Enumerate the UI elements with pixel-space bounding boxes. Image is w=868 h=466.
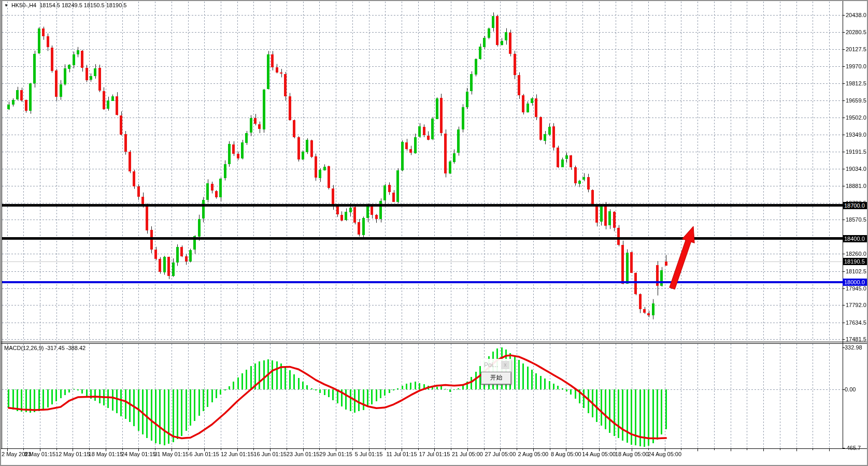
time-axis-label: 12 Jun 01:15: [221, 451, 254, 457]
resistance-line-18700[interactable]: [2, 204, 843, 207]
chart-left-border: [2, 1, 2, 448]
mt4-chart-window: ▼ HK50-,H4 18154.5 18249.5 18150.5 18190…: [0, 0, 868, 466]
time-axis-label: 12 May 01:15: [55, 451, 90, 457]
time-axis-label: 2 Aug 05:00: [518, 451, 548, 457]
price-tick-label: 18102.5: [846, 268, 866, 274]
time-axis-label: 8 Aug 05:00: [551, 451, 581, 457]
time-axis-label: 17 Jul 01:15: [419, 451, 450, 457]
time-axis-label: 16 Jun 01:15: [253, 451, 287, 457]
time-axis-label: 5 Jul 01:15: [355, 451, 383, 457]
resistance-line-18400[interactable]: [2, 237, 843, 240]
price-badge-18400.0: 18400.0: [843, 235, 867, 242]
time-axis-label: 6 Jun 01:15: [190, 451, 220, 457]
macd-tick-label: 332.98: [845, 344, 862, 351]
price-tick-label: 19502.0: [846, 114, 866, 121]
price-tick-label: 17792.0: [846, 302, 866, 308]
time-axis-label: 14 Aug 05:00: [582, 451, 616, 457]
symbol-timeframe: HK50-,H4: [11, 2, 36, 8]
pane-separator-top[interactable]: [1, 342, 867, 342]
chart-canvas[interactable]: [0, 0, 868, 466]
popup-close-button[interactable]: x: [501, 361, 509, 369]
price-tick-label: 18570.5: [846, 216, 866, 223]
price-tick-label: 20127.5: [846, 46, 866, 52]
time-axis-label: 27 Jul 05:00: [485, 451, 516, 457]
time-axis-label: 31 May 01:15: [154, 451, 189, 457]
price-tick-label: 19659.5: [846, 97, 866, 104]
price-axis-border: [843, 1, 843, 448]
time-axis-label: 24 May 01:15: [121, 451, 156, 457]
time-axis-label: 18 Aug 05:00: [615, 451, 649, 457]
price-tick-label: 19970.0: [846, 63, 866, 69]
time-axis-label: 29 Jun 01:15: [319, 451, 352, 457]
popup-titlebar[interactable]: Poi... x: [481, 359, 511, 372]
ohlc-values: 18154.5 18249.5 18150.5 18190.5: [39, 2, 126, 8]
macd-indicator-label: MACD(12,26,9) -317.45 -388.42: [4, 345, 86, 351]
price-tick-label: 18260.0: [846, 251, 866, 257]
indicator-popup: Poi... x 开始: [481, 359, 511, 384]
up-arrow-shape[interactable]: [670, 226, 694, 289]
price-tick-label: 20438.0: [846, 12, 866, 18]
macd-tick-label: -465.7: [845, 445, 861, 451]
price-tick-label: 19349.0: [846, 132, 866, 138]
time-axis-label: 23 Jun 01:15: [287, 451, 320, 457]
macd-tick-label: 0.00: [845, 386, 856, 392]
time-axis-border: [1, 448, 867, 449]
pane-separator-bottom[interactable]: [1, 343, 867, 344]
chart-symbol-info: ▼ HK50-,H4 18154.5 18249.5 18150.5 18190…: [4, 2, 126, 8]
time-axis-label: 18 May 01:15: [89, 451, 123, 457]
price-tick-label: 17634.5: [846, 319, 866, 326]
time-axis-label: 21 Jul 05:00: [452, 451, 483, 457]
time-axis-label: 24 Aug 05:00: [648, 451, 681, 457]
up-arrow-annotation[interactable]: [667, 221, 699, 293]
support-line-18000[interactable]: [2, 281, 843, 283]
price-tick-label: 20280.5: [846, 29, 866, 35]
time-axis-label: 11 Jul 01:15: [386, 451, 417, 457]
popup-title: Poi...: [484, 361, 498, 369]
price-tick-label: 19812.5: [846, 80, 866, 86]
price-tick-label: 18881.0: [846, 183, 866, 189]
price-tick-label: 19191.5: [846, 149, 866, 155]
price-badge-18190.5: 18190.5: [843, 258, 867, 265]
price-tick-label: 19034.0: [846, 166, 866, 172]
price-badge-18000.0: 18000.0: [843, 279, 867, 286]
price-tick-label: 17945.0: [846, 285, 866, 292]
time-axis-label: 8 May 01:15: [24, 451, 56, 457]
popup-start-button[interactable]: 开始: [481, 372, 511, 385]
price-badge-18700.0: 18700.0: [843, 202, 867, 209]
symbol-dropdown-icon[interactable]: ▼: [4, 3, 8, 8]
